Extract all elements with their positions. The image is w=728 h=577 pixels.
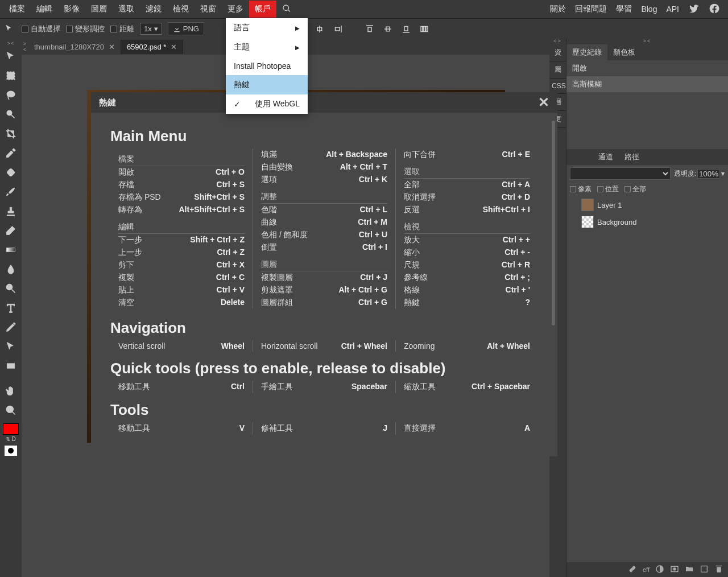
pixel-ratio-select[interactable]: 1x▾: [140, 23, 162, 35]
pen-tool[interactable]: [2, 318, 20, 336]
export-png-button[interactable]: PNG: [168, 22, 204, 35]
tab-paths[interactable]: 路徑: [619, 149, 645, 165]
healing-tool[interactable]: [2, 163, 20, 182]
collapsed-panel-tab[interactable]: 屬: [549, 61, 566, 79]
foreground-color[interactable]: [3, 423, 19, 435]
rmenu-2[interactable]: 學習: [611, 1, 636, 18]
distance-checkbox[interactable]: 距離: [110, 24, 134, 34]
close-icon[interactable]: ✕: [538, 94, 549, 110]
document-tab[interactable]: 65902.psd *✕: [121, 40, 183, 54]
align-bottom-icon[interactable]: [400, 23, 412, 35]
link-icon[interactable]: [628, 564, 637, 575]
effects-icon[interactable]: eff: [643, 566, 650, 573]
swap-colors[interactable]: ⇅D: [6, 436, 15, 442]
type-tool[interactable]: [2, 299, 20, 317]
shortcut-row: 複製圖層Ctrl + J: [261, 271, 387, 284]
rmenu-3[interactable]: Blog: [636, 1, 661, 17]
stamp-tool[interactable]: [2, 202, 20, 220]
rmenu-0[interactable]: 關於: [545, 1, 570, 18]
layer-item[interactable]: Layer 1: [566, 196, 728, 213]
opacity-input[interactable]: [697, 169, 720, 179]
eraser-tool[interactable]: [2, 221, 20, 240]
lock-position[interactable]: 位置: [597, 184, 619, 194]
eyedropper-tool[interactable]: [2, 144, 20, 162]
menu-6[interactable]: 檢視: [167, 1, 195, 18]
lock-all[interactable]: 全部: [624, 184, 646, 194]
twitter-icon[interactable]: [684, 0, 704, 19]
tab-channels[interactable]: 通道: [593, 149, 619, 165]
dropdown-item[interactable]: 主題▶: [226, 38, 308, 57]
path-select-tool[interactable]: [2, 337, 20, 356]
dropdown-item[interactable]: 熱鍵: [226, 75, 308, 94]
close-tab-icon[interactable]: ✕: [171, 43, 177, 51]
shortcut-row: Horizontal scrollCtrl + Wheel: [261, 340, 387, 352]
shortcut-row: 選項Ctrl + K: [261, 174, 387, 186]
menu-8[interactable]: 更多: [222, 1, 249, 18]
collapsed-panel-tab[interactable]: CSS: [549, 79, 566, 94]
hand-tool[interactable]: [2, 382, 20, 400]
shortcut-row: 熱鍵?: [404, 296, 530, 309]
collapse-icon[interactable]: ><: [566, 39, 728, 44]
collapse-icon[interactable]: ><: [0, 41, 22, 47]
adjustment-icon[interactable]: [655, 564, 664, 575]
menu-1[interactable]: 編輯: [31, 1, 58, 18]
mask-icon[interactable]: [670, 564, 679, 575]
lasso-tool[interactable]: [2, 86, 20, 104]
align-right-icon[interactable]: [332, 23, 344, 35]
move-tool[interactable]: [2, 47, 20, 65]
blend-mode-select[interactable]: [570, 167, 671, 180]
shortcut-group: 調整: [261, 188, 387, 204]
new-layer-icon[interactable]: [700, 564, 709, 575]
transform-controls-checkbox[interactable]: 變形調控: [66, 24, 105, 34]
dropdown-item[interactable]: ✓使用 WebGL: [226, 94, 308, 114]
zoom-tool[interactable]: [2, 401, 20, 419]
shortcut-row: 直接選擇A: [404, 422, 530, 435]
document-tab[interactable]: thumbnail_1280X720✕: [28, 40, 121, 54]
visibility-icon[interactable]: [570, 201, 578, 209]
distribute-icon[interactable]: [418, 23, 431, 35]
search-menu-icon[interactable]: [276, 1, 297, 18]
align-middle-icon[interactable]: [382, 23, 394, 35]
rmenu-4[interactable]: API: [661, 1, 684, 17]
lock-pixels[interactable]: 像素: [570, 184, 592, 194]
gradient-tool[interactable]: [2, 241, 20, 259]
brush-tool[interactable]: [2, 183, 20, 201]
folder-icon[interactable]: [685, 564, 694, 575]
blur-tool[interactable]: [2, 260, 20, 278]
shortcut-row: 曲線Ctrl + M: [261, 216, 387, 229]
quick-mask[interactable]: [5, 446, 17, 456]
crop-tool[interactable]: [2, 125, 20, 143]
menu-0[interactable]: 檔案: [3, 1, 31, 18]
shortcut-group: 檢視: [404, 219, 530, 234]
close-tab-icon[interactable]: ✕: [109, 43, 115, 51]
shortcut-row: 尺規Ctrl + R: [404, 259, 530, 271]
facebook-icon[interactable]: [704, 0, 725, 19]
auto-select-checkbox[interactable]: 自動選擇: [22, 24, 60, 34]
dropdown-item[interactable]: 語言▶: [226, 18, 308, 38]
dropdown-item[interactable]: Install Photopea: [226, 57, 308, 75]
rmenu-1[interactable]: 回報問題: [570, 1, 611, 18]
tab-swatches[interactable]: 顏色板: [607, 44, 641, 60]
marquee-tool[interactable]: [2, 67, 20, 85]
trash-icon[interactable]: [714, 564, 723, 575]
layer-item[interactable]: Background: [566, 213, 728, 230]
menu-2[interactable]: 影像: [58, 1, 85, 18]
svg-rect-6: [7, 364, 14, 368]
visibility-icon[interactable]: [570, 218, 578, 226]
collapse-icon[interactable]: <>: [549, 39, 566, 44]
menu-4[interactable]: 選取: [113, 1, 140, 18]
menu-7[interactable]: 視窗: [195, 1, 222, 18]
collapse-icon[interactable]: ><: [22, 41, 28, 52]
history-item[interactable]: 開啟: [566, 60, 728, 76]
tab-history[interactable]: 歷史紀錄: [566, 44, 607, 60]
collapsed-panel-tab[interactable]: 資: [549, 44, 566, 61]
dodge-tool[interactable]: [2, 279, 20, 298]
history-item[interactable]: 高斯模糊: [566, 76, 728, 92]
shape-tool[interactable]: [2, 357, 20, 375]
menu-9[interactable]: 帳戶: [249, 1, 276, 18]
menu-3[interactable]: 圖層: [85, 1, 113, 18]
menu-5[interactable]: 濾鏡: [140, 1, 167, 18]
align-top-icon[interactable]: [363, 23, 376, 35]
align-center-h-icon[interactable]: [313, 23, 326, 35]
quick-select-tool[interactable]: [2, 105, 20, 123]
